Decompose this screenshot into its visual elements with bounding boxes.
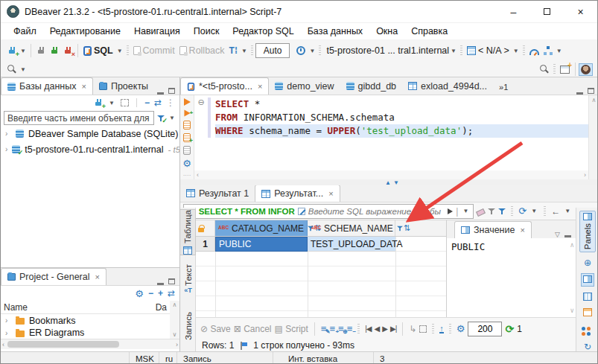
expander-icon[interactable]: › (5, 130, 11, 138)
eraser-icon[interactable] (476, 208, 486, 217)
minimize-view-icon[interactable] (576, 92, 583, 95)
project-vertical-scrollbar[interactable]: ∧ ∨ (170, 301, 179, 339)
export-results-icon[interactable]: ↑ (439, 325, 444, 333)
edit-row-icon[interactable]: ≡✎ (321, 324, 327, 333)
menu-database[interactable]: База данных (301, 25, 369, 38)
catalog-name-filter-icon[interactable] (308, 226, 314, 232)
refresh-icon[interactable]: ⟳ (505, 323, 514, 335)
cancel-button[interactable]: ⊠ Cancel (234, 324, 272, 334)
collapse-icon[interactable]: − (148, 288, 153, 298)
editor-horizontal-scrollbar[interactable]: ‹ › (194, 170, 588, 179)
new-sql-editor-button[interactable]: SQL (81, 43, 115, 58)
minimize-view-icon[interactable] (157, 283, 164, 285)
reconnect-button[interactable] (48, 44, 61, 57)
expander-icon[interactable]: › (5, 316, 11, 325)
expand-icon[interactable]: + (158, 288, 163, 298)
transaction-history-dropdown[interactable]: ▼ (309, 48, 315, 54)
save-filter-icon[interactable] (498, 208, 506, 215)
tab-close-icon[interactable]: × (258, 82, 262, 91)
tab-close-icon[interactable]: × (520, 226, 524, 234)
tab-close-icon[interactable]: × (328, 189, 333, 198)
next-row-icon[interactable]: ▶ (382, 325, 387, 333)
link-editor-icon[interactable]: ⇄ (154, 98, 162, 108)
project-item-er-diagrams[interactable]: › ER Diagrams (1, 327, 170, 339)
add-row-icon[interactable]: ≡+ (329, 324, 335, 333)
execute-new-tab-icon[interactable]: + (184, 110, 190, 117)
sash-arrows-icon[interactable]: ▲▼ (385, 179, 401, 186)
commit-button[interactable]: Commit (131, 43, 177, 58)
disconnect-all-button[interactable]: × (61, 44, 74, 57)
execute-statement-icon[interactable] (184, 98, 191, 106)
scroll-down-icon[interactable]: ∨ (570, 307, 574, 314)
search-dropdown[interactable]: ▼ (20, 66, 26, 73)
maximize-view-icon[interactable] (168, 278, 175, 284)
collapse-block-icon[interactable]: ⊖ (197, 98, 204, 106)
filter-dropdown[interactable]: ▼ (169, 115, 175, 121)
menu-help[interactable]: Справка (404, 25, 454, 38)
grid-corner-cell[interactable] (196, 220, 215, 236)
delete-row-icon[interactable]: ≡− (347, 324, 353, 333)
column-header-catalog-name[interactable]: ABC CATALOG_NAME ⇅ (215, 220, 308, 236)
fetch-next-page-icon[interactable]: ↳ (409, 324, 416, 334)
new-folder-icon[interactable] (121, 99, 129, 106)
tab-overflow-chevron[interactable]: »1 (499, 83, 508, 92)
scroll-left-icon[interactable]: ‹ (2, 341, 4, 348)
expander-icon[interactable]: › (5, 145, 7, 153)
schema-name-filter-icon[interactable] (397, 226, 403, 232)
view-menu-icon[interactable]: ⋮ (166, 98, 175, 108)
tab-projects[interactable]: Проекты (93, 77, 154, 95)
maximize-button[interactable] (530, 1, 564, 22)
editor-results-sash[interactable]: ▲▼ (180, 179, 598, 185)
execute-script-icon[interactable] (183, 121, 191, 130)
transaction-history-button[interactable] (294, 44, 308, 57)
value-viewer-panel-icon[interactable] (581, 273, 594, 287)
nav-back-icon[interactable]: ← (551, 206, 560, 217)
tab-databases[interactable]: Базы данных × (1, 77, 93, 95)
grid-body[interactable]: 1 PUBLIC TEST_UPLOAD_DATA (196, 237, 446, 317)
save-button[interactable]: ⊘ Save (200, 324, 231, 334)
connection-dropdown[interactable]: ▼ (451, 48, 457, 54)
nav-connection-dropdown[interactable]: ▼ (109, 100, 115, 106)
minimize-view-icon[interactable] (157, 92, 164, 95)
tab-result-2[interactable]: Результат... × (255, 185, 340, 202)
close-button[interactable]: × (564, 1, 597, 22)
tab-project-close-icon[interactable]: × (95, 272, 99, 281)
menu-sql-editor[interactable]: Редактор SQL (226, 25, 300, 38)
expander-icon[interactable]: › (5, 329, 11, 337)
tab-value[interactable]: Значение × (454, 221, 532, 238)
refresh-dropdown[interactable]: ▼ (531, 208, 537, 214)
tab-gibdd-db[interactable]: gibdd_db (340, 77, 402, 95)
nav-back-dropdown[interactable]: ▼ (564, 208, 570, 214)
open-perspective-button[interactable] (558, 63, 572, 76)
expand-filter-icon[interactable] (298, 208, 305, 215)
first-row-icon[interactable]: |◀ (365, 325, 371, 333)
project-item-bookmarks[interactable]: › Bookmarks (1, 314, 170, 327)
scroll-up-icon[interactable]: ∧ (570, 241, 574, 249)
tab-result-1[interactable]: Результат 1 (180, 185, 255, 202)
aggregate-panel-icon[interactable] (583, 308, 592, 318)
apply-filter-icon[interactable] (448, 208, 453, 214)
execute-script-new-icon[interactable]: + (183, 133, 191, 142)
tab-exload[interactable]: exload_4994d... (402, 77, 493, 95)
quick-search-button[interactable] (5, 63, 19, 76)
explain-plan-icon[interactable] (183, 146, 191, 155)
transaction-dropdown[interactable]: ▼ (241, 48, 247, 54)
project-horizontal-scrollbar[interactable]: ‹ › (1, 339, 179, 349)
column-header-schema-name[interactable]: ABC SCHEMA_NAME ⇅ (308, 220, 395, 236)
tab-demo-view[interactable]: demo_view (269, 77, 340, 95)
row-number-cell[interactable]: 1 (196, 237, 215, 252)
sql-editor-dropdown[interactable]: ▼ (117, 48, 123, 54)
value-viewer[interactable]: PUBLIC ∧ ∨ (447, 238, 576, 317)
scroll-left-icon[interactable]: ‹ (197, 171, 199, 179)
duplicate-row-icon[interactable]: ≡⊕ (338, 324, 344, 333)
scroll-right-icon[interactable]: › (176, 341, 178, 348)
filter-query-label[interactable]: SELECT * FROM INFOR (199, 207, 295, 216)
code-area[interactable]: SELECT * FROM INFORMATION_SCHEMA.schemat… (208, 95, 588, 179)
dbeaver-perspective-button[interactable] (579, 63, 593, 76)
disconnect-button[interactable] (34, 44, 48, 57)
last-row-icon[interactable]: ▶| (390, 325, 396, 333)
tree-item-t5-prostore[interactable]: › t5-prostore-01.ru-central1.internal - … (1, 141, 179, 157)
tree-item-sample-db[interactable]: › DBeaver Sample Database (SQLite) (1, 126, 179, 141)
cell-schema-name[interactable]: TEST_UPLOAD_DATA (308, 237, 395, 252)
scroll-right-icon[interactable]: › (584, 171, 586, 179)
